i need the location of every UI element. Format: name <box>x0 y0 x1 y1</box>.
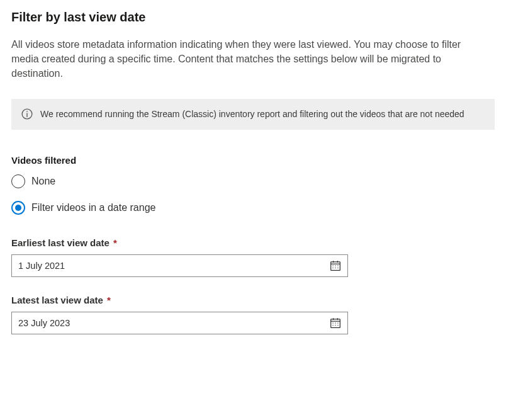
svg-point-17 <box>332 322 333 323</box>
svg-point-11 <box>335 267 335 268</box>
page-title: Filter by last view date <box>11 10 495 25</box>
videos-filtered-radio-group: None Filter videos in a date range <box>11 174 495 215</box>
earliest-date-field: Earliest last view date * <box>11 237 495 277</box>
svg-point-18 <box>335 322 335 323</box>
earliest-date-input[interactable] <box>18 261 330 271</box>
earliest-date-input-wrap[interactable] <box>11 254 348 277</box>
radio-circle-icon <box>11 174 25 188</box>
radio-circle-icon <box>11 201 25 215</box>
info-banner: We recommend running the Stream (Classic… <box>11 99 495 130</box>
videos-filtered-label: Videos filtered <box>11 155 495 166</box>
svg-point-12 <box>337 267 338 268</box>
radio-option-date-range[interactable]: Filter videos in a date range <box>11 201 495 215</box>
svg-point-7 <box>332 265 333 266</box>
latest-date-field: Latest last view date * <box>11 295 495 334</box>
svg-point-9 <box>337 265 338 266</box>
latest-date-label-text: Latest last view date <box>11 295 103 305</box>
required-marker: * <box>107 295 111 305</box>
latest-date-label: Latest last view date * <box>11 295 495 305</box>
calendar-icon[interactable] <box>330 260 341 271</box>
svg-point-19 <box>337 322 338 323</box>
info-icon <box>21 108 33 120</box>
required-marker: * <box>113 237 117 248</box>
radio-label-range: Filter videos in a date range <box>31 202 155 213</box>
earliest-date-label: Earliest last view date * <box>11 237 495 248</box>
svg-point-22 <box>337 324 338 325</box>
calendar-icon[interactable] <box>330 317 341 329</box>
svg-point-21 <box>335 324 335 325</box>
radio-label-none: None <box>31 176 55 187</box>
earliest-date-label-text: Earliest last view date <box>11 237 110 248</box>
latest-date-input-wrap[interactable] <box>11 312 348 334</box>
svg-point-8 <box>335 265 335 266</box>
svg-point-20 <box>332 324 333 325</box>
info-banner-text: We recommend running the Stream (Classic… <box>40 108 464 121</box>
radio-option-none[interactable]: None <box>11 174 495 188</box>
svg-point-10 <box>332 267 333 268</box>
svg-point-2 <box>26 111 28 112</box>
page-description: All videos store metadata information in… <box>11 37 490 81</box>
latest-date-input[interactable] <box>18 318 330 328</box>
